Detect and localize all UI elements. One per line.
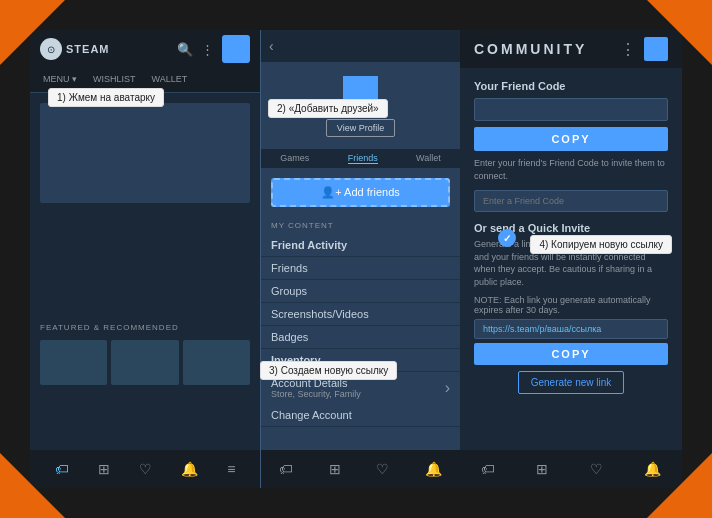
steam-header: ⊙ STEAM 🔍 ⋮ [30,30,260,68]
account-details-text: Account Details Store, Security, Family [271,377,361,399]
link-display: https://s.team/p/ваша/ccылка [474,319,668,339]
steam-title: STEAM [66,43,110,55]
mid-bar-grid[interactable]: ⊞ [329,461,341,477]
bar-icon-menu[interactable]: ≡ [227,461,235,477]
search-icon[interactable]: 🔍 [177,42,193,57]
right-bar-grid[interactable]: ⊞ [536,461,548,477]
bar-icon-bell[interactable]: 🔔 [181,461,198,477]
add-friends-icon: 👤+ [321,186,341,198]
left-bottom-bar: 🏷 ⊞ ♡ 🔔 ≡ [30,450,260,488]
featured-img-2 [111,340,178,385]
bar-icon-grid[interactable]: ⊞ [98,461,110,477]
right-content: Your Friend Code COPY Enter your friend'… [460,68,682,450]
community-title: COMMUNITY [474,41,587,57]
featured-label: FEATURED & RECOMMENDED [40,323,250,332]
enter-friend-code-input[interactable] [474,190,668,212]
view-profile-button[interactable]: View Profile [326,119,395,137]
featured-img-3 [183,340,250,385]
bar-icon-heart[interactable]: ♡ [139,461,152,477]
header-icons: 🔍 ⋮ [177,35,250,63]
right-bottom-bar: 🏷 ⊞ ♡ 🔔 [460,450,682,488]
steam-logo: ⊙ STEAM [40,38,110,60]
mid-bar-tag[interactable]: 🏷 [279,461,293,477]
right-panel: COMMUNITY ⋮ Your Friend Code COPY Enter … [460,30,682,488]
list-item-badges[interactable]: Badges [261,326,460,349]
content-list: Friend Activity Friends Groups Screensho… [261,234,460,372]
check-icon-4: ✓ [498,229,516,247]
left-content: FEATURED & RECOMMENDED [30,93,260,395]
chevron-right-icon: › [445,379,450,397]
friend-code-label: Your Friend Code [474,80,668,92]
featured-images [40,340,250,385]
middle-bottom-bar: 🏷 ⊞ ♡ 🔔 [261,450,460,488]
mid-bar-heart[interactable]: ♡ [376,461,389,477]
note-text: NOTE: Each link you generate automatical… [474,295,668,315]
mid-tab-friends[interactable]: Friends [348,153,378,164]
add-friends-button[interactable]: 👤+ Add friends [271,178,450,207]
right-bar-bell[interactable]: 🔔 [644,461,661,477]
right-bar-tag[interactable]: 🏷 [481,461,495,477]
steam-icon: ⊙ [40,38,62,60]
annotation-4: 4) Копируем новую ссылку [530,235,672,254]
invite-description: Enter your friend's Friend Code to invit… [474,157,668,182]
right-bar-heart[interactable]: ♡ [590,461,603,477]
community-header-icons: ⋮ [620,37,668,61]
annotation-2: 2) «Добавить друзей» [268,99,388,118]
list-item-screenshots[interactable]: Screenshots/Videos [261,303,460,326]
featured-img-1 [40,340,107,385]
hero-image [40,103,250,203]
account-details-sub: Store, Security, Family [271,389,361,399]
mid-bar-bell[interactable]: 🔔 [425,461,442,477]
list-item-friends[interactable]: Friends [261,257,460,280]
community-more-icon[interactable]: ⋮ [620,40,636,59]
annotation-1: 1) Жмем на аватарку [48,88,164,107]
community-header: COMMUNITY ⋮ [460,30,682,68]
more-icon[interactable]: ⋮ [201,42,214,57]
bar-icon-tag[interactable]: 🏷 [55,461,69,477]
middle-tabs: Games Friends Wallet [261,149,460,168]
friend-code-input[interactable] [474,98,668,121]
mid-tab-games[interactable]: Games [280,153,309,164]
add-friends-label: Add friends [344,186,400,198]
generate-link-button[interactable]: Generate new link [518,371,625,394]
user-avatar[interactable] [222,35,250,63]
list-item-change-account[interactable]: Change Account [261,404,460,427]
annotation-3: 3) Создаем новую ссылку [260,361,397,380]
list-item-friend-activity[interactable]: Friend Activity [261,234,460,257]
copy-button-1[interactable]: COPY [474,127,668,151]
back-button[interactable]: ‹ [269,38,274,54]
middle-header: ‹ [261,30,460,62]
community-avatar[interactable] [644,37,668,61]
mid-tab-wallet[interactable]: Wallet [416,153,441,164]
copy-button-2[interactable]: COPY [474,343,668,365]
list-item-groups[interactable]: Groups [261,280,460,303]
my-content-label: MY CONTENT [261,217,460,234]
